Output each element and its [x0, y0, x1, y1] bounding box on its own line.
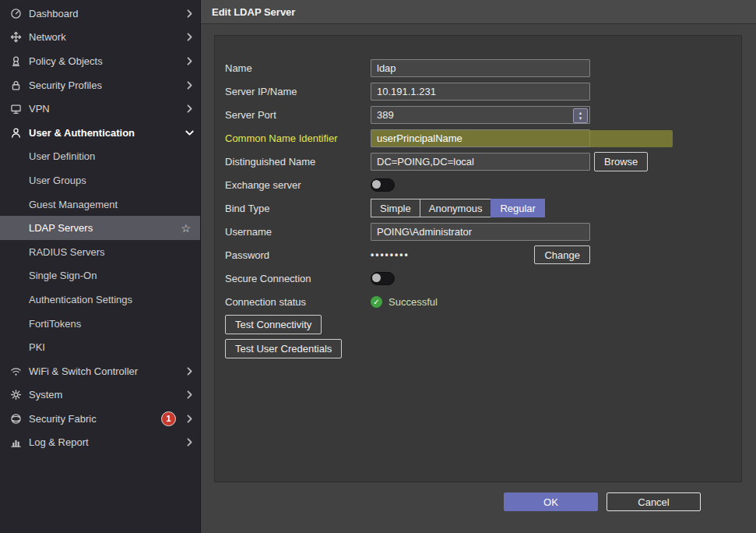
main-content: Edit LDAP Server Name Server IP/Name Ser… — [201, 0, 756, 533]
sidebar-item-authentication-settings[interactable]: Authentication Settings — [0, 288, 200, 312]
sidebar-item-user-groups[interactable]: User Groups — [0, 168, 200, 192]
sidebar-item-label: Authentication Settings — [29, 294, 192, 305]
ok-button[interactable]: OK — [504, 492, 598, 511]
bind-type-group: Simple Anonymous Regular — [371, 199, 544, 217]
chevron-right-icon — [187, 81, 192, 90]
footer-actions: OK Cancel — [201, 492, 756, 511]
distinguished-name-input[interactable] — [371, 153, 590, 171]
sidebar-item-label: FortiTokens — [29, 318, 192, 330]
sidebar-item-user-definition[interactable]: User Definition — [0, 145, 200, 169]
chevron-down-icon — [185, 130, 194, 136]
stepper-up-icon[interactable]: ▴ — [579, 110, 582, 115]
server-ip-input[interactable] — [371, 83, 590, 101]
cancel-button[interactable]: Cancel — [607, 492, 701, 511]
stepper-down-icon[interactable]: ▾ — [579, 115, 582, 121]
sidebar-item-label: Guest Management — [29, 199, 192, 210]
edit-ldap-form: Name Server IP/Name Server Port ▴ ▾ — [214, 35, 742, 482]
username-row: Username — [215, 220, 741, 243]
sidebar-item-fortitokens[interactable]: FortiTokens — [0, 312, 200, 336]
bind-type-row: Bind Type Simple Anonymous Regular — [215, 196, 741, 220]
sidebar-item-label: User & Authentication — [29, 127, 182, 139]
common-name-input[interactable] — [371, 129, 590, 147]
sidebar-item-label: RADIUS Servers — [29, 246, 192, 258]
fabric-icon — [10, 413, 29, 425]
monitor-icon — [10, 103, 29, 115]
exchange-server-row: Exchange server — [215, 173, 741, 196]
chevron-right-icon — [187, 390, 192, 399]
common-name-row: Common Name Identifier — [215, 126, 741, 150]
name-row: Name — [215, 56, 741, 79]
browse-button[interactable]: Browse — [594, 152, 648, 171]
sidebar-item-label: User Definition — [29, 150, 192, 162]
bind-type-simple[interactable]: Simple — [371, 199, 420, 217]
test-user-credentials-button[interactable]: Test User Credentials — [225, 339, 342, 358]
server-port-row: Server Port ▴ ▾ — [215, 103, 741, 126]
sidebar-item-label: VPN — [29, 103, 182, 115]
server-ip-row: Server IP/Name — [215, 79, 741, 103]
test-connectivity-button[interactable]: Test Connectivity — [225, 315, 322, 334]
page-title: Edit LDAP Server — [212, 6, 295, 18]
sidebar-item-user-authentication[interactable]: User & Authentication — [0, 121, 200, 145]
sidebar-item-guest-management[interactable]: Guest Management — [0, 192, 200, 217]
sidebar-item-policy-objects[interactable]: Policy & Objects — [0, 49, 200, 73]
sidebar: Dashboard Network Policy & Objects Secur… — [0, 0, 201, 533]
sidebar-item-security-fabric[interactable]: Security Fabric 1 — [0, 407, 200, 431]
notification-badge: 1 — [161, 411, 176, 426]
server-port-input[interactable] — [371, 106, 590, 124]
sidebar-item-vpn[interactable]: VPN — [0, 97, 200, 121]
chart-icon — [10, 436, 29, 448]
server-ip-label: Server IP/Name — [225, 86, 371, 97]
secure-connection-label: Secure Connection — [225, 273, 371, 284]
sidebar-item-label: Policy & Objects — [29, 55, 182, 67]
distinguished-name-row: Distinguished Name Browse — [215, 150, 741, 173]
connection-status-label: Connection status — [225, 296, 371, 308]
content-header: Edit LDAP Server — [201, 0, 756, 24]
exchange-server-toggle[interactable] — [371, 178, 395, 192]
sidebar-item-label: Security Profiles — [29, 79, 182, 91]
sidebar-item-system[interactable]: System — [0, 383, 200, 408]
favorite-star-icon[interactable]: ☆ — [181, 222, 191, 235]
exchange-server-label: Exchange server — [225, 179, 371, 191]
chevron-right-icon — [187, 104, 192, 113]
secure-connection-toggle[interactable] — [371, 272, 395, 285]
secure-connection-row: Secure Connection — [215, 266, 741, 290]
server-port-label: Server Port — [225, 109, 371, 121]
connection-status-row: Connection status ✓ Successful — [215, 290, 741, 313]
sidebar-item-wifi-switch-controller[interactable]: WiFi & Switch Controller — [0, 359, 200, 383]
sidebar-item-label: Dashboard — [29, 8, 182, 19]
network-icon — [10, 31, 29, 43]
bind-type-anonymous[interactable]: Anonymous — [420, 199, 492, 217]
wifi-icon — [10, 365, 29, 377]
toggle-knob — [372, 180, 381, 189]
chevron-right-icon — [187, 9, 192, 18]
sidebar-item-radius-servers[interactable]: RADIUS Servers — [0, 240, 200, 264]
sidebar-item-security-profiles[interactable]: Security Profiles — [0, 73, 200, 97]
connection-status-text: Successful — [389, 296, 438, 308]
toggle-knob — [372, 274, 381, 282]
name-input[interactable] — [371, 59, 590, 77]
password-row: Password •••••••• Change — [215, 243, 741, 266]
sidebar-item-label: PKI — [29, 341, 192, 353]
port-stepper[interactable]: ▴ ▾ — [573, 108, 588, 123]
sidebar-item-network[interactable]: Network — [0, 26, 200, 50]
sidebar-item-dashboard[interactable]: Dashboard — [0, 2, 200, 26]
sidebar-item-label: Single Sign-On — [29, 270, 192, 281]
bind-type-regular[interactable]: Regular — [491, 199, 545, 217]
sidebar-item-label: Network — [29, 31, 182, 43]
sidebar-item-ldap-servers[interactable]: LDAP Servers ☆ — [0, 216, 200, 240]
sidebar-item-label: Security Fabric — [29, 413, 161, 425]
change-password-button[interactable]: Change — [534, 245, 590, 264]
gear-icon — [10, 389, 29, 401]
sidebar-item-label: User Groups — [29, 175, 192, 186]
bind-type-label: Bind Type — [225, 203, 371, 214]
chevron-right-icon — [187, 33, 192, 41]
sidebar-item-pki[interactable]: PKI — [0, 335, 200, 359]
username-input[interactable] — [371, 223, 590, 241]
chevron-right-icon — [187, 438, 192, 447]
policy-icon — [10, 55, 29, 67]
sidebar-item-log-report[interactable]: Log & Report — [0, 431, 200, 455]
username-label: Username — [225, 226, 371, 238]
sidebar-item-single-sign-on[interactable]: Single Sign-On — [0, 264, 200, 288]
sidebar-item-label: Log & Report — [29, 436, 182, 448]
common-name-label: Common Name Identifier — [225, 132, 371, 144]
